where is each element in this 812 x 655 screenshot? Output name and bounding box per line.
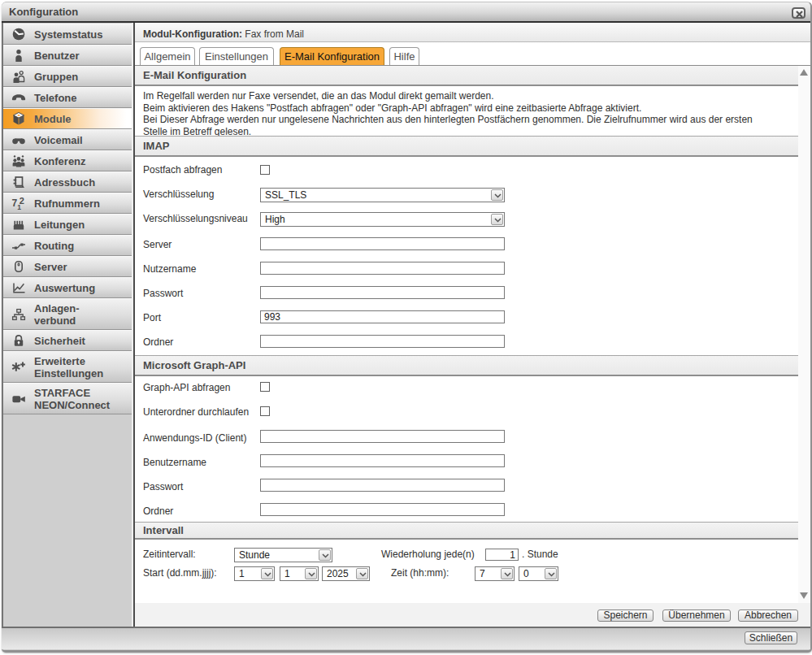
svg-text:2: 2	[20, 196, 24, 206]
